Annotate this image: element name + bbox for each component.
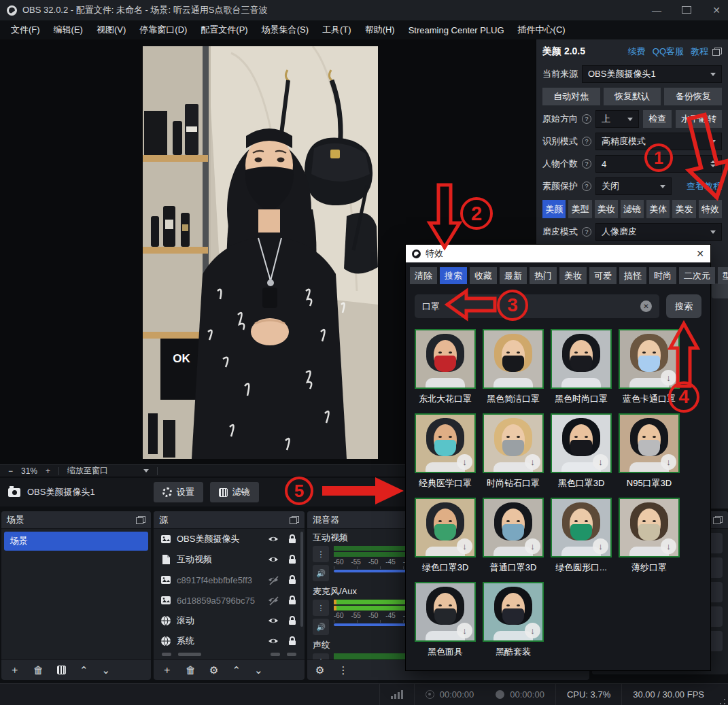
close-button[interactable]: ✕ xyxy=(712,5,721,16)
lock-icon[interactable] xyxy=(287,615,298,626)
help-icon[interactable]: ? xyxy=(582,182,591,191)
effect-category-tab[interactable]: 型男 xyxy=(718,267,728,284)
effect-category-tab[interactable]: 最新 xyxy=(500,267,527,284)
clear-search-icon[interactable]: ✕ xyxy=(640,300,652,312)
effect-thumbnail[interactable]: ↓ xyxy=(551,413,612,473)
effect-thumbnail[interactable]: ↓ xyxy=(551,498,612,557)
beauty-link[interactable]: QQ客服 xyxy=(653,46,684,58)
effect-item[interactable]: ↓ 绿色口罩3D xyxy=(415,498,476,574)
add-scene-button[interactable]: ＋ xyxy=(10,664,20,676)
effect-item[interactable]: ↓ 普通口罩3D xyxy=(483,498,544,574)
effect-item[interactable]: ↓ 黑色时尚口罩 xyxy=(551,329,612,405)
menu-item[interactable]: 停靠窗口(D) xyxy=(133,21,194,39)
lock-icon[interactable] xyxy=(287,636,298,647)
download-icon[interactable]: ↓ xyxy=(525,454,540,470)
effect-category-tab[interactable]: 搜索 xyxy=(440,267,467,284)
visibility-eye-icon[interactable] xyxy=(268,615,279,626)
popout-icon[interactable] xyxy=(290,516,299,524)
orientation-select[interactable]: 上 xyxy=(595,110,639,128)
effect-category-tab[interactable]: 可爱 xyxy=(589,267,617,284)
effect-category-tab[interactable]: 时尚 xyxy=(649,267,676,284)
beauty-action-button[interactable]: 备份恢复 xyxy=(664,88,722,105)
beauty-action-button[interactable]: 恢复默认 xyxy=(604,88,661,105)
download-icon[interactable]: ↓ xyxy=(525,623,540,638)
help-icon[interactable]: ? xyxy=(582,227,591,237)
audio-settings-button[interactable]: ⚙ xyxy=(315,664,324,676)
menu-item[interactable]: 配置文件(P) xyxy=(194,21,254,39)
effect-category-tab[interactable]: 二次元 xyxy=(679,267,715,284)
channel-menu-button[interactable]: ⋮ xyxy=(313,653,329,659)
effect-category-tab[interactable]: 美妆 xyxy=(559,267,587,284)
effect-item[interactable]: ↓ 经典医学口罩 xyxy=(415,413,476,489)
move-source-up-button[interactable]: ⌃ xyxy=(232,664,241,676)
speaker-icon[interactable]: 🔊 xyxy=(313,565,329,581)
effect-item[interactable]: ↓ 黑酷套装 xyxy=(483,582,544,658)
effect-item[interactable]: ↓ 绿色圆形口... xyxy=(551,498,612,574)
effect-thumbnail[interactable]: ↓ xyxy=(415,329,476,389)
popout-icon[interactable] xyxy=(713,516,723,524)
search-button[interactable]: 搜索 xyxy=(666,294,701,318)
source-list-item[interactable]: 系统 xyxy=(154,631,305,651)
beauty-tab[interactable]: 美体 xyxy=(646,200,670,218)
effect-item[interactable]: ↓ 黑色口罩3D xyxy=(551,413,612,489)
dialog-close-button[interactable]: ✕ xyxy=(696,248,704,259)
effect-thumbnail[interactable]: ↓ xyxy=(415,582,476,642)
download-icon[interactable]: ↓ xyxy=(457,454,472,470)
remove-scene-button[interactable]: 🗑 xyxy=(33,664,44,676)
add-source-button[interactable]: ＋ xyxy=(162,664,172,676)
help-icon[interactable]: ? xyxy=(582,137,591,146)
effect-item[interactable]: ↓ 黑色面具 xyxy=(415,582,476,658)
menu-item[interactable]: 视图(V) xyxy=(90,21,133,39)
speaker-icon[interactable]: 🔊 xyxy=(313,619,329,635)
remove-source-button[interactable]: 🗑 xyxy=(186,664,196,676)
effect-thumbnail[interactable]: ↓ xyxy=(483,413,544,473)
minimize-button[interactable]: — xyxy=(652,5,661,16)
lock-icon[interactable] xyxy=(287,554,298,565)
menu-item[interactable]: 文件(F) xyxy=(4,21,47,39)
channel-menu-button[interactable]: ⋮ xyxy=(313,600,329,616)
visibility-eye-off-icon[interactable] xyxy=(268,574,279,585)
scene-list-item[interactable]: 场景 xyxy=(4,532,148,551)
beauty-tab[interactable]: 滤镜 xyxy=(621,200,644,218)
menu-item[interactable]: 帮助(H) xyxy=(358,21,402,39)
effect-category-tab[interactable]: 搞怪 xyxy=(619,267,646,284)
source-list-item[interactable]: 互动视频 xyxy=(154,549,305,570)
effect-category-tab[interactable]: 清除 xyxy=(410,267,437,284)
download-icon[interactable]: ↓ xyxy=(457,623,472,638)
source-properties-button[interactable]: ⚙ xyxy=(209,664,218,676)
menu-item[interactable]: 工具(T) xyxy=(315,21,358,39)
download-icon[interactable]: ↓ xyxy=(525,538,540,554)
beauty-tab[interactable]: 美型 xyxy=(568,200,591,218)
source-list-item[interactable]: 滚动 xyxy=(154,611,305,631)
source-select[interactable]: OBS美颜摄像头1 xyxy=(582,65,722,83)
download-icon[interactable]: ↓ xyxy=(593,454,608,470)
download-icon[interactable]: ↓ xyxy=(593,538,608,554)
effect-thumbnail[interactable]: ↓ xyxy=(619,413,680,473)
beauty-tab[interactable]: 美发 xyxy=(672,200,695,218)
sources-scrollbar[interactable] xyxy=(300,532,303,627)
mixer-menu-button[interactable]: ⋮ xyxy=(338,664,348,676)
download-icon[interactable]: ↓ xyxy=(661,538,676,554)
beauty-link[interactable]: 续费 xyxy=(628,46,646,58)
effect-category-tab[interactable]: 收藏 xyxy=(470,267,497,284)
download-icon[interactable]: ↓ xyxy=(457,538,472,554)
effect-item[interactable]: ↓ 时尚钻石口罩 xyxy=(483,413,544,489)
visibility-eye-off-icon[interactable] xyxy=(268,595,279,606)
check-button[interactable]: 检查 xyxy=(643,110,672,128)
effect-thumbnail[interactable]: ↓ xyxy=(619,498,680,557)
effect-thumbnail[interactable]: ↓ xyxy=(483,498,544,557)
download-icon[interactable]: ↓ xyxy=(661,454,676,470)
effect-thumbnail[interactable]: ↓ xyxy=(415,498,476,557)
effect-item[interactable]: ↓ N95口罩3D xyxy=(619,413,680,489)
menu-item[interactable]: 插件中心(C) xyxy=(511,21,572,39)
source-list-item[interactable]: OBS美颜摄像头 xyxy=(154,529,305,549)
resize-grip[interactable] xyxy=(719,698,726,705)
help-icon[interactable]: ? xyxy=(582,159,591,169)
beauty-tab[interactable]: 美妆 xyxy=(595,200,618,218)
move-source-down-button[interactable]: ⌄ xyxy=(254,664,263,676)
effect-thumbnail[interactable]: ↓ xyxy=(415,413,476,473)
menu-item[interactable]: 场景集合(S) xyxy=(255,21,315,39)
protect-select[interactable]: 关闭 xyxy=(595,177,672,195)
move-scene-up-button[interactable]: ⌃ xyxy=(80,664,88,676)
visibility-eye-icon[interactable] xyxy=(268,554,279,565)
